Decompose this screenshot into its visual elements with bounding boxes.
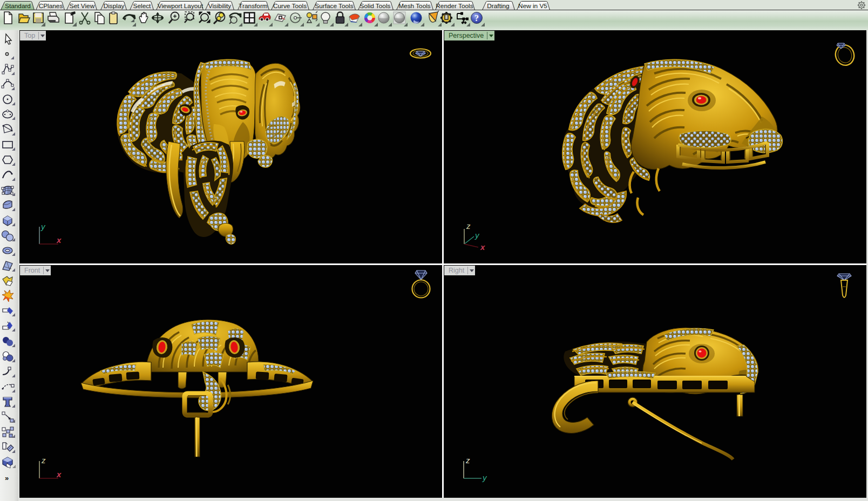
svg-text:y: y — [482, 473, 487, 482]
svg-text:Set View: Set View — [70, 2, 95, 10]
svg-text:Curve Tools: Curve Tools — [273, 2, 307, 10]
svg-text:Select: Select — [133, 2, 152, 10]
svg-text:Drafting: Drafting — [487, 2, 509, 10]
svg-text:Display: Display — [104, 2, 125, 10]
svg-text:Transform: Transform — [239, 2, 267, 10]
svg-text:x: x — [56, 235, 62, 245]
svg-text:z: z — [465, 457, 470, 465]
svg-text:»: » — [5, 474, 9, 482]
svg-text:x: x — [480, 242, 485, 252]
svg-text:New in V5: New in V5 — [518, 2, 547, 10]
svg-text:CPlanes: CPlanes — [39, 2, 63, 10]
svg-text:Surface Tools: Surface Tools — [315, 2, 353, 10]
svg-text:z: z — [41, 457, 46, 465]
svg-text:y: y — [474, 231, 480, 240]
svg-text:Viewport Layout: Viewport Layout — [158, 2, 204, 10]
svg-text:Solid Tools: Solid Tools — [360, 2, 391, 10]
svg-text:Mesh Tools: Mesh Tools — [398, 2, 431, 10]
svg-text:y: y — [40, 222, 46, 231]
svg-text:?: ? — [474, 13, 479, 23]
svg-text:Render Tools: Render Tools — [436, 2, 473, 10]
svg-text:x: x — [56, 470, 62, 479]
svg-text:Visibility: Visibility — [208, 2, 231, 10]
svg-text:z: z — [466, 222, 471, 231]
svg-text:Standard: Standard — [5, 2, 31, 10]
